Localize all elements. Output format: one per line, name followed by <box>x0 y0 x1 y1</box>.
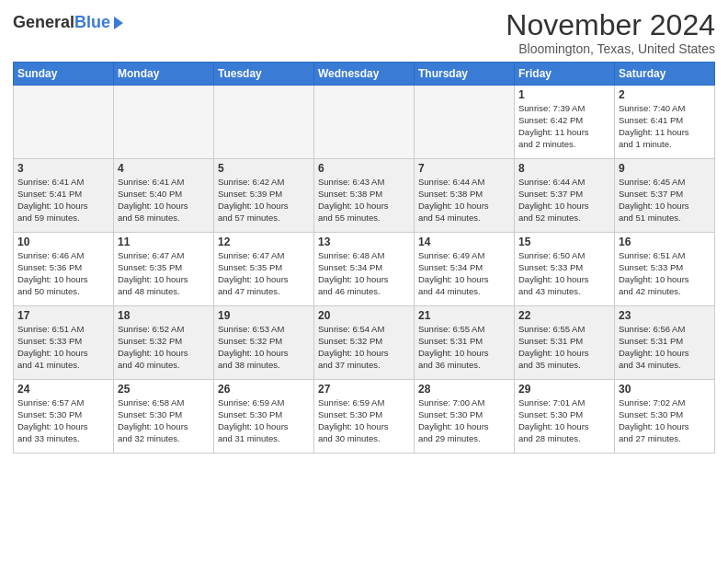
col-header-monday: Monday <box>114 63 214 86</box>
calendar-cell <box>114 86 214 159</box>
col-header-friday: Friday <box>515 63 615 86</box>
day-info: Sunrise: 6:53 AM Sunset: 5:32 PM Dayligh… <box>218 324 310 371</box>
day-number: 26 <box>218 383 310 396</box>
calendar-cell: 28Sunrise: 7:00 AM Sunset: 5:30 PM Dayli… <box>415 380 515 454</box>
day-number: 16 <box>619 236 711 248</box>
day-info: Sunrise: 6:46 AM Sunset: 5:36 PM Dayligh… <box>17 250 109 297</box>
logo-arrow-icon <box>114 17 123 29</box>
calendar-header-row: SundayMondayTuesdayWednesdayThursdayFrid… <box>14 63 715 86</box>
calendar-cell: 16Sunrise: 6:51 AM Sunset: 5:33 PM Dayli… <box>615 233 715 306</box>
day-number: 25 <box>118 383 210 396</box>
calendar-cell: 2Sunrise: 7:40 AM Sunset: 6:41 PM Daylig… <box>615 86 715 159</box>
day-info: Sunrise: 6:59 AM Sunset: 5:30 PM Dayligh… <box>318 397 410 444</box>
calendar-cell: 6Sunrise: 6:43 AM Sunset: 5:38 PM Daylig… <box>314 159 415 233</box>
day-number: 12 <box>218 236 310 248</box>
calendar-cell <box>14 86 114 159</box>
title-block: November 2024 Bloomington, Texas, United… <box>506 9 715 56</box>
calendar-cell: 27Sunrise: 6:59 AM Sunset: 5:30 PM Dayli… <box>314 380 415 454</box>
calendar-cell: 8Sunrise: 6:44 AM Sunset: 5:37 PM Daylig… <box>515 159 615 233</box>
calendar-cell: 18Sunrise: 6:52 AM Sunset: 5:32 PM Dayli… <box>114 306 214 380</box>
day-info: Sunrise: 7:40 AM Sunset: 6:41 PM Dayligh… <box>619 103 711 150</box>
day-info: Sunrise: 6:41 AM Sunset: 5:41 PM Dayligh… <box>17 177 109 224</box>
day-info: Sunrise: 6:47 AM Sunset: 5:35 PM Dayligh… <box>218 250 310 297</box>
col-header-thursday: Thursday <box>415 63 515 86</box>
calendar-week-row: 24Sunrise: 6:57 AM Sunset: 5:30 PM Dayli… <box>14 380 715 454</box>
day-info: Sunrise: 6:44 AM Sunset: 5:38 PM Dayligh… <box>418 177 510 224</box>
day-number: 23 <box>619 309 711 322</box>
day-number: 5 <box>218 162 310 175</box>
calendar-cell: 23Sunrise: 6:56 AM Sunset: 5:31 PM Dayli… <box>615 306 715 380</box>
calendar-cell: 5Sunrise: 6:42 AM Sunset: 5:39 PM Daylig… <box>214 159 314 233</box>
day-info: Sunrise: 7:02 AM Sunset: 5:30 PM Dayligh… <box>619 397 711 444</box>
day-number: 17 <box>17 309 109 322</box>
day-number: 14 <box>418 236 510 248</box>
day-info: Sunrise: 6:50 AM Sunset: 5:33 PM Dayligh… <box>518 250 610 297</box>
day-number: 8 <box>518 162 610 175</box>
day-number: 4 <box>118 162 210 175</box>
col-header-wednesday: Wednesday <box>314 63 415 86</box>
calendar-week-row: 10Sunrise: 6:46 AM Sunset: 5:36 PM Dayli… <box>14 233 715 306</box>
day-info: Sunrise: 6:41 AM Sunset: 5:40 PM Dayligh… <box>118 177 210 224</box>
month-title: November 2024 <box>506 9 715 41</box>
day-number: 19 <box>218 309 310 322</box>
calendar-cell <box>314 86 415 159</box>
calendar-cell: 19Sunrise: 6:53 AM Sunset: 5:32 PM Dayli… <box>214 306 314 380</box>
logo: General Blue <box>13 13 123 32</box>
day-info: Sunrise: 6:51 AM Sunset: 5:33 PM Dayligh… <box>619 250 711 297</box>
calendar-cell: 25Sunrise: 6:58 AM Sunset: 5:30 PM Dayli… <box>114 380 214 454</box>
calendar-cell: 13Sunrise: 6:48 AM Sunset: 5:34 PM Dayli… <box>314 233 415 306</box>
day-info: Sunrise: 6:57 AM Sunset: 5:30 PM Dayligh… <box>17 397 109 444</box>
day-number: 1 <box>518 88 610 101</box>
day-number: 3 <box>17 162 109 175</box>
calendar-cell: 9Sunrise: 6:45 AM Sunset: 5:37 PM Daylig… <box>615 159 715 233</box>
calendar-cell: 1Sunrise: 7:39 AM Sunset: 6:42 PM Daylig… <box>515 86 615 159</box>
calendar-cell: 20Sunrise: 6:54 AM Sunset: 5:32 PM Dayli… <box>314 306 415 380</box>
calendar-cell: 10Sunrise: 6:46 AM Sunset: 5:36 PM Dayli… <box>14 233 114 306</box>
day-info: Sunrise: 6:44 AM Sunset: 5:37 PM Dayligh… <box>518 177 610 224</box>
day-number: 2 <box>619 88 711 101</box>
calendar-week-row: 1Sunrise: 7:39 AM Sunset: 6:42 PM Daylig… <box>14 86 715 159</box>
location-text: Bloomington, Texas, United States <box>506 41 715 56</box>
day-info: Sunrise: 7:01 AM Sunset: 5:30 PM Dayligh… <box>518 397 610 444</box>
page: General Blue November 2024 Bloomington, … <box>0 0 728 563</box>
calendar-cell: 21Sunrise: 6:55 AM Sunset: 5:31 PM Dayli… <box>415 306 515 380</box>
header: General Blue November 2024 Bloomington, … <box>13 9 715 56</box>
day-info: Sunrise: 6:43 AM Sunset: 5:38 PM Dayligh… <box>318 177 410 224</box>
day-info: Sunrise: 6:42 AM Sunset: 5:39 PM Dayligh… <box>218 177 310 224</box>
calendar-cell: 29Sunrise: 7:01 AM Sunset: 5:30 PM Dayli… <box>515 380 615 454</box>
calendar-week-row: 17Sunrise: 6:51 AM Sunset: 5:33 PM Dayli… <box>14 306 715 380</box>
day-info: Sunrise: 6:49 AM Sunset: 5:34 PM Dayligh… <box>418 250 510 297</box>
day-number: 28 <box>418 383 510 396</box>
day-info: Sunrise: 6:54 AM Sunset: 5:32 PM Dayligh… <box>318 324 410 371</box>
day-info: Sunrise: 7:00 AM Sunset: 5:30 PM Dayligh… <box>418 397 510 444</box>
calendar-cell: 3Sunrise: 6:41 AM Sunset: 5:41 PM Daylig… <box>14 159 114 233</box>
day-number: 6 <box>318 162 410 175</box>
calendar-cell: 24Sunrise: 6:57 AM Sunset: 5:30 PM Dayli… <box>14 380 114 454</box>
day-number: 24 <box>17 383 109 396</box>
day-number: 9 <box>619 162 711 175</box>
day-number: 11 <box>118 236 210 248</box>
day-info: Sunrise: 6:48 AM Sunset: 5:34 PM Dayligh… <box>318 250 410 297</box>
calendar-cell: 11Sunrise: 6:47 AM Sunset: 5:35 PM Dayli… <box>114 233 214 306</box>
day-info: Sunrise: 6:47 AM Sunset: 5:35 PM Dayligh… <box>118 250 210 297</box>
day-info: Sunrise: 6:55 AM Sunset: 5:31 PM Dayligh… <box>518 324 610 371</box>
day-number: 20 <box>318 309 410 322</box>
calendar-cell <box>415 86 515 159</box>
day-info: Sunrise: 6:56 AM Sunset: 5:31 PM Dayligh… <box>619 324 711 371</box>
calendar-cell: 12Sunrise: 6:47 AM Sunset: 5:35 PM Dayli… <box>214 233 314 306</box>
col-header-tuesday: Tuesday <box>214 63 314 86</box>
calendar-cell: 17Sunrise: 6:51 AM Sunset: 5:33 PM Dayli… <box>14 306 114 380</box>
calendar-cell: 26Sunrise: 6:59 AM Sunset: 5:30 PM Dayli… <box>214 380 314 454</box>
logo-general-text: General <box>13 13 74 32</box>
day-info: Sunrise: 6:55 AM Sunset: 5:31 PM Dayligh… <box>418 324 510 371</box>
day-number: 30 <box>619 383 711 396</box>
day-number: 10 <box>17 236 109 248</box>
calendar-cell: 4Sunrise: 6:41 AM Sunset: 5:40 PM Daylig… <box>114 159 214 233</box>
calendar-week-row: 3Sunrise: 6:41 AM Sunset: 5:41 PM Daylig… <box>14 159 715 233</box>
day-info: Sunrise: 6:45 AM Sunset: 5:37 PM Dayligh… <box>619 177 711 224</box>
calendar-cell: 7Sunrise: 6:44 AM Sunset: 5:38 PM Daylig… <box>415 159 515 233</box>
day-number: 13 <box>318 236 410 248</box>
calendar-cell: 14Sunrise: 6:49 AM Sunset: 5:34 PM Dayli… <box>415 233 515 306</box>
calendar-cell: 30Sunrise: 7:02 AM Sunset: 5:30 PM Dayli… <box>615 380 715 454</box>
calendar-cell: 22Sunrise: 6:55 AM Sunset: 5:31 PM Dayli… <box>515 306 615 380</box>
